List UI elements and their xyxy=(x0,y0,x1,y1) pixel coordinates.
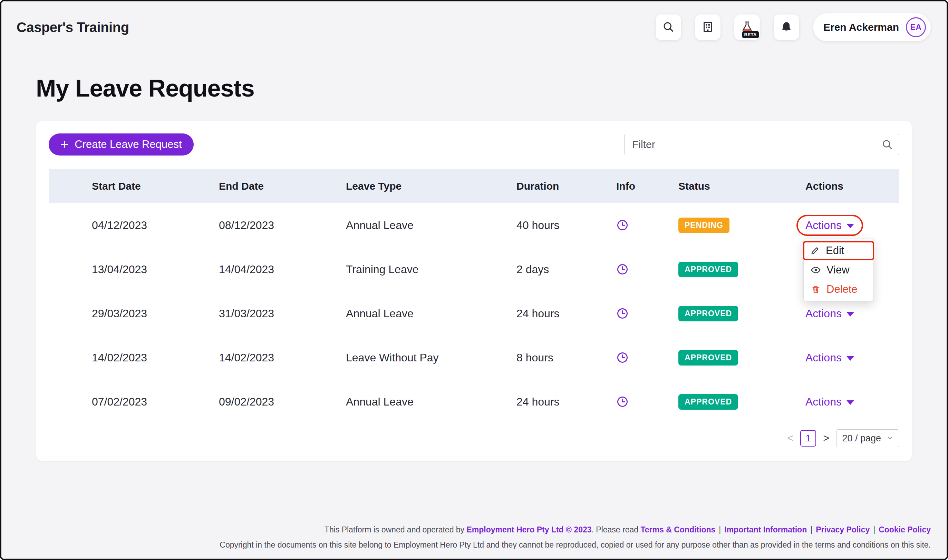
create-leave-request-button[interactable]: + Create Leave Request xyxy=(49,134,194,155)
cell-status: APPROVED xyxy=(678,350,805,366)
eye-icon xyxy=(811,265,821,275)
leave-requests-card: + Create Leave Request Start Date End Da… xyxy=(36,121,912,462)
cell-duration: 24 hours xyxy=(516,395,616,408)
actions-trigger-label: Actions xyxy=(805,351,841,364)
chevron-down-icon xyxy=(846,400,854,405)
menu-item-edit[interactable]: Edit xyxy=(803,241,874,260)
filter-search-icon xyxy=(882,138,893,150)
table-row: 13/04/2023 14/04/2023 Training Leave 2 d… xyxy=(49,247,899,291)
card-toolbar: + Create Leave Request xyxy=(49,134,899,155)
status-badge: PENDING xyxy=(678,218,729,233)
clock-info-icon[interactable] xyxy=(616,219,628,231)
cell-duration: 24 hours xyxy=(516,307,616,320)
row-actions-trigger[interactable]: Actions xyxy=(797,215,863,236)
cell-duration: 2 days xyxy=(516,263,616,276)
cell-leave-type: Annual Leave xyxy=(346,219,516,232)
pencil-icon xyxy=(810,246,820,255)
column-status: Status xyxy=(678,180,805,192)
actions-trigger-label: Actions xyxy=(805,219,841,232)
table-row: 07/02/2023 09/02/2023 Annual Leave 24 ho… xyxy=(49,380,899,424)
notifications-button[interactable] xyxy=(774,14,799,40)
cell-leave-type: Training Leave xyxy=(346,263,516,276)
footer: This Platform is owned and operated by E… xyxy=(219,525,931,550)
leave-requests-table: Start Date End Date Leave Type Duration … xyxy=(49,169,899,424)
status-badge: APPROVED xyxy=(678,262,738,277)
cell-info xyxy=(616,395,678,408)
clock-info-icon[interactable] xyxy=(616,395,628,408)
footer-link-terms[interactable]: Terms & Conditions xyxy=(641,525,715,534)
menu-item-view[interactable]: View xyxy=(804,260,874,280)
footer-separator: | xyxy=(873,525,875,534)
footer-text: . Please read xyxy=(592,525,641,534)
page-size-value: 20 / page xyxy=(842,433,881,444)
cell-info xyxy=(616,263,678,275)
building-icon xyxy=(701,21,714,34)
user-name: Eren Ackerman xyxy=(823,22,899,33)
search-button[interactable] xyxy=(656,14,681,40)
cell-end-date: 14/04/2023 xyxy=(219,263,346,276)
cell-info xyxy=(616,307,678,320)
column-duration: Duration xyxy=(516,180,616,192)
pagination-prev-button[interactable]: < xyxy=(787,432,794,445)
menu-item-view-label: View xyxy=(826,264,849,276)
organisation-button[interactable] xyxy=(695,14,721,40)
chevron-down-icon xyxy=(846,224,854,228)
cell-start-date: 04/12/2023 xyxy=(92,219,219,232)
pagination: < 1 > 20 / page xyxy=(787,429,899,447)
footer-link-important-information[interactable]: Important Information xyxy=(724,525,807,534)
cell-status: APPROVED xyxy=(678,306,805,322)
create-leave-request-label: Create Leave Request xyxy=(74,138,182,151)
column-info: Info xyxy=(616,180,678,192)
row-actions-trigger[interactable]: Actions xyxy=(797,303,863,324)
footer-link-cookie-policy[interactable]: Cookie Policy xyxy=(879,525,931,534)
clock-info-icon[interactable] xyxy=(616,351,628,364)
pagination-page-1[interactable]: 1 xyxy=(800,430,816,446)
footer-copyright: Copyright in the documents on this site … xyxy=(219,540,931,550)
cell-actions: Actions xyxy=(805,391,899,412)
row-actions-trigger[interactable]: Actions xyxy=(797,347,863,368)
actions-trigger-label: Actions xyxy=(805,307,841,320)
app-window: { "colors": { "accent": "#7a24d8", "pend… xyxy=(0,0,948,560)
user-menu[interactable]: Eren Ackerman EA xyxy=(813,13,931,42)
cell-end-date: 14/02/2023 xyxy=(219,351,346,364)
cell-status: APPROVED xyxy=(678,394,805,410)
chevron-down-icon xyxy=(886,433,894,444)
actions-dropdown-menu: Edit View Delete xyxy=(803,238,874,302)
cell-start-date: 13/04/2023 xyxy=(92,263,219,276)
table-row: 29/03/2023 31/03/2023 Annual Leave 24 ho… xyxy=(49,291,899,335)
pagination-next-button[interactable]: > xyxy=(823,432,829,445)
app-logo: Casper's Training xyxy=(17,20,129,35)
footer-link-privacy-policy[interactable]: Privacy Policy xyxy=(816,525,870,534)
page-size-select[interactable]: 20 / page xyxy=(836,429,899,447)
table-header-row: Start Date End Date Leave Type Duration … xyxy=(49,169,899,203)
bell-icon xyxy=(780,21,793,34)
cell-leave-type: Leave Without Pay xyxy=(346,351,516,364)
cell-duration: 8 hours xyxy=(516,351,616,364)
filter-input[interactable] xyxy=(624,134,899,155)
row-actions-trigger[interactable]: Actions xyxy=(797,391,863,412)
menu-item-edit-label: Edit xyxy=(826,245,844,257)
table-row: 14/02/2023 14/02/2023 Leave Without Pay … xyxy=(49,335,899,380)
menu-item-delete[interactable]: Delete xyxy=(804,280,874,299)
footer-company-link[interactable]: Employment Hero Pty Ltd © 2023 xyxy=(467,525,592,534)
cell-end-date: 09/02/2023 xyxy=(219,395,346,408)
search-icon xyxy=(662,21,675,34)
column-end-date: End Date xyxy=(219,180,346,192)
menu-item-delete-label: Delete xyxy=(826,283,858,295)
clock-info-icon[interactable] xyxy=(616,263,628,275)
cell-leave-type: Annual Leave xyxy=(346,307,516,320)
top-bar: Casper's Training BETA Eren Ackerman EA xyxy=(2,2,946,42)
cell-leave-type: Annual Leave xyxy=(346,395,516,408)
cell-start-date: 29/03/2023 xyxy=(92,307,219,320)
status-badge: APPROVED xyxy=(678,350,738,366)
column-actions: Actions xyxy=(805,180,899,192)
beta-labs-button[interactable]: BETA xyxy=(734,14,760,40)
actions-trigger-label: Actions xyxy=(805,395,841,408)
cell-actions: Actions xyxy=(805,215,899,236)
clock-info-icon[interactable] xyxy=(616,307,628,320)
avatar: EA xyxy=(906,17,926,37)
footer-separator: | xyxy=(719,525,721,534)
plus-icon: + xyxy=(60,137,68,151)
table-row: 04/12/2023 08/12/2023 Annual Leave 40 ho… xyxy=(49,203,899,247)
footer-line-1: This Platform is owned and operated by E… xyxy=(219,525,931,535)
